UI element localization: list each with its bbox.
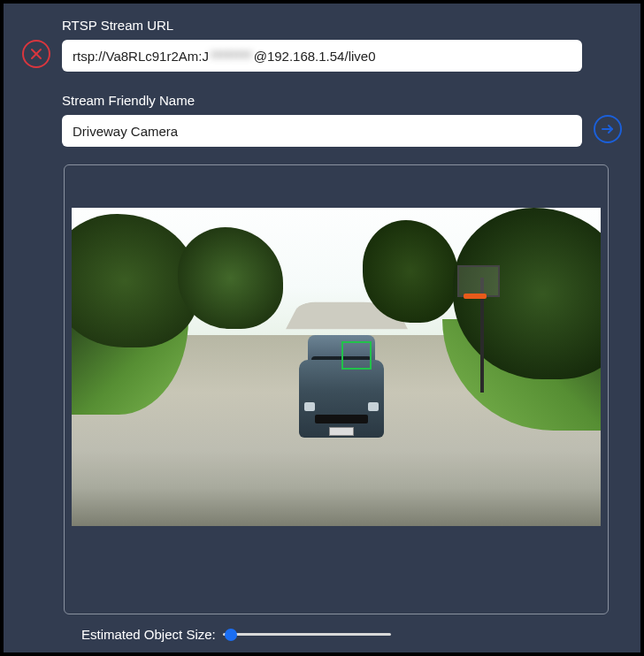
object-size-label: Estimated Object Size:: [81, 627, 216, 642]
next-button[interactable]: [594, 115, 622, 143]
detection-box[interactable]: [341, 341, 372, 370]
object-size-row: Estimated Object Size:: [81, 627, 623, 642]
name-row: Stream Friendly Name: [21, 93, 623, 147]
close-button[interactable]: [22, 40, 50, 68]
name-label: Stream Friendly Name: [62, 93, 582, 108]
url-row: RTSP Stream URL rtsp://Va8RLc91r2Am:J***…: [21, 18, 623, 72]
stream-preview-image: [72, 208, 601, 526]
arrow-right-icon: [601, 122, 615, 136]
close-icon: [30, 48, 42, 60]
slider-track: [223, 633, 391, 636]
slider-thumb[interactable]: [225, 629, 237, 641]
stream-preview-frame: [64, 164, 609, 614]
object-size-slider[interactable]: [223, 628, 391, 642]
rtsp-url-input[interactable]: [62, 40, 582, 72]
friendly-name-input[interactable]: [62, 115, 582, 147]
config-panel: RTSP Stream URL rtsp://Va8RLc91r2Am:J***…: [4, 4, 640, 652]
url-label: RTSP Stream URL: [62, 18, 582, 33]
